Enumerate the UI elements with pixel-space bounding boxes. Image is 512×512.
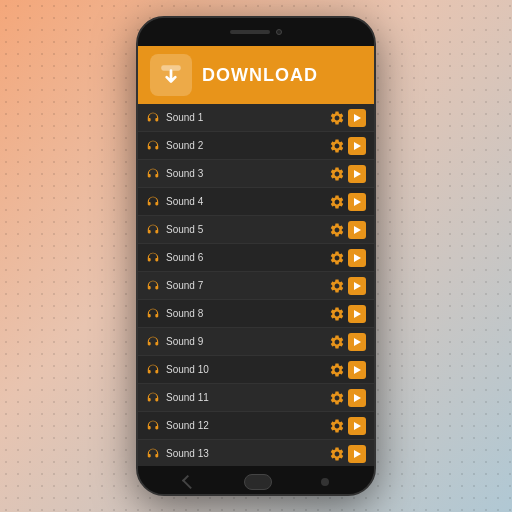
list-item[interactable]: Sound 7 [138, 272, 374, 300]
headphone-icon [146, 111, 160, 125]
sound-name: Sound 2 [166, 140, 329, 151]
play-button[interactable] [348, 249, 366, 267]
play-button[interactable] [348, 165, 366, 183]
list-item[interactable]: Sound 3 [138, 160, 374, 188]
phone-screen: DOWNLOAD Sound 1 Sound 2 Sound 3 [138, 46, 374, 466]
play-button[interactable] [348, 109, 366, 127]
headphone-icon [146, 307, 160, 321]
list-item[interactable]: Sound 4 [138, 188, 374, 216]
speaker-grill [230, 30, 270, 34]
sound-name: Sound 10 [166, 364, 329, 375]
list-item[interactable]: Sound 8 [138, 300, 374, 328]
sound-name: Sound 7 [166, 280, 329, 291]
headphone-icon [146, 363, 160, 377]
list-item[interactable]: Sound 10 [138, 356, 374, 384]
settings-icon[interactable] [329, 194, 345, 210]
headphone-icon [146, 251, 160, 265]
list-item[interactable]: Sound 11 [138, 384, 374, 412]
download-icon-box [150, 54, 192, 96]
phone-frame: DOWNLOAD Sound 1 Sound 2 Sound 3 [136, 16, 376, 496]
front-camera [276, 29, 282, 35]
settings-icon[interactable] [329, 250, 345, 266]
sound-name: Sound 6 [166, 252, 329, 263]
recents-button[interactable] [321, 478, 329, 486]
headphone-icon [146, 139, 160, 153]
play-button[interactable] [348, 417, 366, 435]
headphone-icon [146, 279, 160, 293]
play-button[interactable] [348, 445, 366, 463]
list-item[interactable]: Sound 12 [138, 412, 374, 440]
play-button[interactable] [348, 221, 366, 239]
settings-icon[interactable] [329, 278, 345, 294]
settings-icon[interactable] [329, 334, 345, 350]
play-button[interactable] [348, 193, 366, 211]
settings-icon[interactable] [329, 446, 345, 462]
sound-name: Sound 9 [166, 336, 329, 347]
list-item[interactable]: Sound 2 [138, 132, 374, 160]
download-banner[interactable]: DOWNLOAD [138, 46, 374, 104]
headphone-icon [146, 335, 160, 349]
play-button[interactable] [348, 389, 366, 407]
settings-icon[interactable] [329, 222, 345, 238]
play-button[interactable] [348, 137, 366, 155]
headphone-icon [146, 419, 160, 433]
list-item[interactable]: Sound 5 [138, 216, 374, 244]
settings-icon[interactable] [329, 418, 345, 434]
list-item[interactable]: Sound 1 [138, 104, 374, 132]
settings-icon[interactable] [329, 166, 345, 182]
settings-icon[interactable] [329, 138, 345, 154]
sound-list: Sound 1 Sound 2 Sound 3 Sound 4 [138, 104, 374, 466]
play-button[interactable] [348, 277, 366, 295]
sound-name: Sound 12 [166, 420, 329, 431]
headphone-icon [146, 167, 160, 181]
list-item[interactable]: Sound 13 [138, 440, 374, 466]
play-button[interactable] [348, 305, 366, 323]
settings-icon[interactable] [329, 390, 345, 406]
list-item[interactable]: Sound 6 [138, 244, 374, 272]
sound-name: Sound 11 [166, 392, 329, 403]
play-button[interactable] [348, 361, 366, 379]
headphone-icon [146, 195, 160, 209]
home-button[interactable] [244, 474, 272, 490]
sound-name: Sound 13 [166, 448, 329, 459]
phone-bottom-bar [138, 466, 374, 496]
headphone-icon [146, 391, 160, 405]
back-button[interactable] [182, 475, 196, 489]
sound-name: Sound 5 [166, 224, 329, 235]
download-label: DOWNLOAD [202, 65, 318, 86]
sound-name: Sound 3 [166, 168, 329, 179]
headphone-icon [146, 447, 160, 461]
settings-icon[interactable] [329, 306, 345, 322]
settings-icon[interactable] [329, 362, 345, 378]
settings-icon[interactable] [329, 110, 345, 126]
list-item[interactable]: Sound 9 [138, 328, 374, 356]
sound-name: Sound 8 [166, 308, 329, 319]
phone-top-bar [138, 18, 374, 46]
sound-name: Sound 4 [166, 196, 329, 207]
headphone-icon [146, 223, 160, 237]
sound-name: Sound 1 [166, 112, 329, 123]
play-button[interactable] [348, 333, 366, 351]
download-icon [158, 62, 184, 88]
